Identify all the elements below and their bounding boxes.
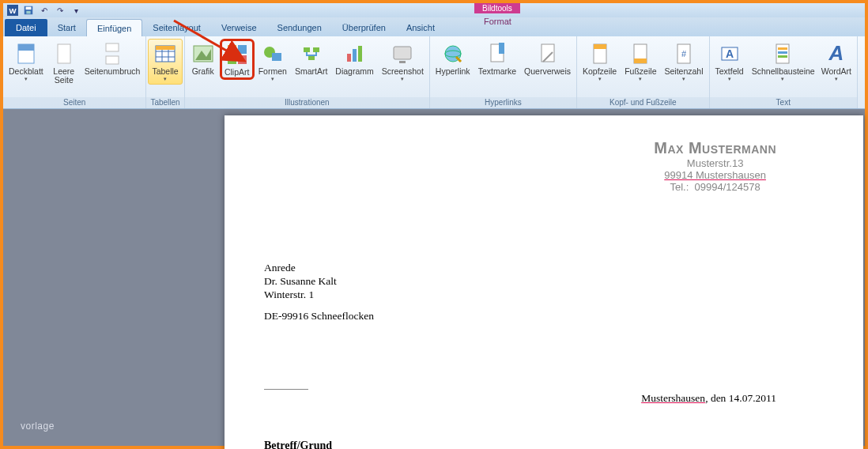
wordart-button[interactable]: AWordArt▾	[817, 39, 855, 85]
group-label-illustrationen: Illustrationen	[185, 97, 429, 108]
fusszeile-button[interactable]: Fußzeile▾	[621, 39, 660, 85]
tab-ansicht[interactable]: Ansicht	[396, 19, 445, 36]
word-icon: W	[6, 4, 19, 17]
svg-rect-35	[499, 43, 504, 54]
leere-seite-icon	[51, 41, 77, 66]
title-bar: W ↶ ↷ ▾	[3, 3, 865, 17]
schnellbausteine-icon	[770, 41, 795, 66]
document-area: vorlage Max Mustermann Musterstr.13 9991…	[3, 109, 865, 446]
svg-rect-47	[778, 51, 787, 54]
hyperlink-icon	[440, 41, 466, 66]
seitenzahl-button[interactable]: #Seitenzahl▾	[660, 39, 707, 85]
svg-rect-29	[358, 46, 362, 62]
textfeld-button[interactable]: ATextfeld▾	[711, 39, 748, 85]
deckblatt-button[interactable]: Deckblatt▾	[5, 39, 47, 85]
formen-label: Formen	[259, 67, 287, 76]
diagramm-button[interactable]: Diagramm	[331, 39, 377, 78]
tab-einfügen[interactable]: Einfügen	[86, 19, 142, 36]
schnellbausteine-button[interactable]: Schnellbausteine▾	[748, 39, 817, 85]
formen-icon	[260, 41, 285, 66]
deckblatt-icon	[13, 41, 39, 66]
save-icon[interactable]	[22, 4, 35, 17]
clipart-icon	[225, 42, 250, 67]
hyperlink-label: Hyperlink	[436, 67, 470, 76]
group-label-text: Text	[710, 97, 858, 108]
svg-rect-30	[394, 47, 411, 59]
textmarke-icon	[485, 41, 510, 66]
clipart-button[interactable]: ClipArt	[220, 39, 255, 80]
svg-rect-9	[106, 56, 119, 64]
leere-seite-button[interactable]: LeereSeite	[47, 39, 81, 87]
sender-name: Max Mustermann	[654, 139, 776, 157]
hyperlink-button[interactable]: Hyperlink	[432, 39, 474, 78]
fold-mark	[264, 389, 308, 390]
recipient-street: Winterstr. 1	[264, 289, 374, 302]
tab-überprüfen[interactable]: Überprüfen	[332, 19, 396, 36]
subject-line: Betreff/Grund	[264, 440, 332, 449]
seitenumbruch-label: Seitenumbruch	[85, 67, 141, 76]
group-label-tabellen: Tabellen	[146, 97, 183, 108]
sender-street: Musterstr.13	[654, 157, 776, 169]
svg-rect-40	[634, 58, 647, 63]
querverweis-button[interactable]: Querverweis	[520, 39, 575, 78]
contextual-group-label: Bildtools	[474, 3, 520, 13]
textfeld-label: Textfeld	[715, 67, 744, 76]
letterhead: Max Mustermann Musterstr.13 99914 Muster…	[654, 139, 776, 193]
svg-rect-48	[778, 55, 787, 58]
file-tab[interactable]: Datei	[5, 19, 47, 36]
textmarke-label: Textmarke	[478, 67, 516, 76]
group-label-seiten: Seiten	[3, 97, 145, 108]
chevron-down-icon: ▾	[682, 76, 685, 82]
seitenumbruch-icon	[100, 41, 125, 66]
page[interactable]: Max Mustermann Musterstr.13 99914 Muster…	[225, 115, 863, 449]
svg-rect-18	[228, 45, 236, 54]
svg-rect-27	[347, 54, 351, 62]
screenshot-button[interactable]: Screenshot▾	[378, 39, 428, 85]
svg-rect-31	[399, 61, 406, 63]
svg-text:W: W	[9, 6, 17, 15]
svg-rect-3	[26, 7, 32, 10]
svg-rect-19	[238, 45, 247, 54]
chevron-down-icon: ▾	[835, 76, 838, 82]
chevron-down-icon: ▾	[728, 76, 731, 82]
recipient-block: Anrede Dr. Susanne Kalt Winterstr. 1 DE-…	[264, 262, 374, 323]
watermark: vorlage	[21, 421, 55, 432]
contextual-tab-format[interactable]: Format	[474, 13, 521, 29]
svg-text:A: A	[828, 41, 843, 65]
tab-start[interactable]: Start	[47, 19, 86, 36]
chevron-down-icon: ▾	[271, 76, 274, 82]
chevron-down-icon: ▾	[598, 76, 602, 82]
wordart-icon: A	[824, 41, 849, 66]
chevron-down-icon: ▾	[401, 76, 404, 82]
tab-verweise[interactable]: Verweise	[211, 19, 267, 36]
tabelle-button[interactable]: Tabelle▾	[148, 39, 182, 85]
textmarke-button[interactable]: Textmarke	[474, 39, 520, 78]
grafik-button[interactable]: Grafik	[187, 39, 220, 78]
svg-rect-24	[304, 47, 310, 52]
redo-icon[interactable]: ↷	[54, 4, 66, 17]
seitenzahl-icon: #	[671, 41, 696, 66]
diagramm-icon	[342, 41, 368, 66]
formen-button[interactable]: Formen▾	[255, 39, 291, 85]
kopfzeile-button[interactable]: Kopfzeile▾	[579, 39, 621, 85]
smartart-button[interactable]: SmartArt	[291, 39, 331, 78]
tab-seitenlayout[interactable]: Seitenlayout	[142, 19, 211, 36]
wordart-label: WordArt	[821, 67, 851, 76]
grafik-label: Grafik	[192, 67, 214, 76]
qat-dropdown-icon[interactable]: ▾	[70, 4, 82, 17]
svg-rect-6	[18, 44, 34, 51]
chevron-down-icon: ▾	[639, 76, 642, 82]
svg-rect-8	[106, 43, 119, 51]
svg-rect-38	[594, 44, 606, 49]
seitenumbruch-button[interactable]: Seitenumbruch	[81, 39, 145, 78]
recipient-name: Dr. Susanne Kalt	[264, 275, 374, 289]
tab-sendungen[interactable]: Sendungen	[267, 19, 332, 36]
deckblatt-label: Deckblatt	[9, 67, 43, 76]
querverweis-icon	[535, 41, 560, 66]
place-date: Mustershausen, den 14.07.2011	[641, 392, 776, 405]
sender-tel: Tel.: 09994/124578	[654, 181, 776, 193]
recipient-salutation: Anrede	[264, 262, 374, 275]
undo-icon[interactable]: ↶	[38, 4, 51, 17]
screenshot-icon	[390, 41, 415, 66]
diagramm-label: Diagramm	[335, 67, 373, 76]
